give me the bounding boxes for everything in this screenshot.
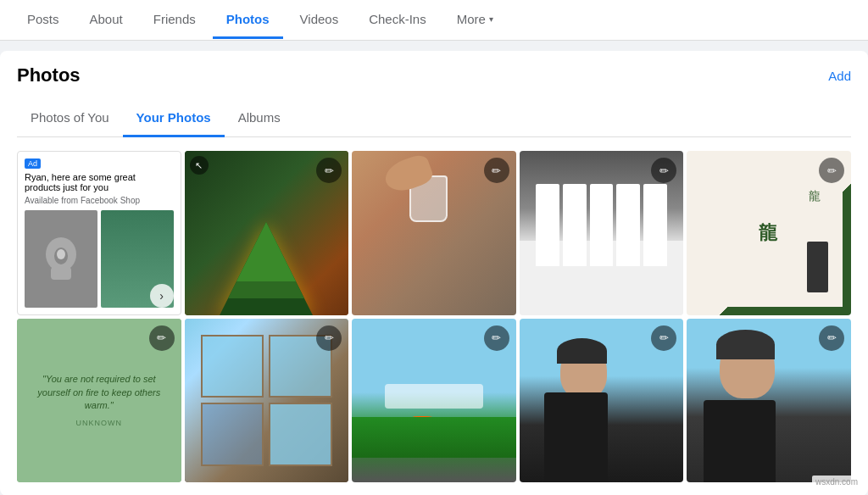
nav-tab-photos[interactable]: Photos [213,2,283,39]
photo-glass[interactable]: ✏ [352,151,516,315]
photo-karate-banner[interactable]: 龍 龍 ✏ [687,151,851,315]
quote-attribution: UNKNOWN [76,419,123,427]
quote-text: "You are not required to set yourself on… [29,373,170,412]
photo-karate-group[interactable]: ✏ [520,151,684,315]
edit-icon-man1[interactable]: ✏ [651,325,676,351]
photo-christmas-tree[interactable]: ↖ ✏ [185,151,349,315]
ad-nav-arrow[interactable]: › [150,284,174,308]
svg-rect-1 [51,267,71,280]
edit-icon-glass[interactable]: ✏ [484,158,509,183]
edit-icon-man2[interactable]: ✏ [819,325,844,351]
photo-tabs-bar: Photos of You Your Photos Albums [17,100,851,137]
edit-icon-pumpkin[interactable]: ✏ [484,325,509,351]
profile-nav: Posts About Friends Photos Videos Check-… [14,2,507,39]
tab-photos-of-you[interactable]: Photos of You [17,100,123,137]
photo-ad-card[interactable]: Ad Ryan, here are some great products ju… [17,151,181,315]
photo-window[interactable]: ✏ [185,319,349,483]
tab-your-photos[interactable]: Your Photos [123,100,225,137]
edit-icon-quote[interactable]: ✏ [149,325,175,351]
photo-pumpkin[interactable]: ✏ [352,319,516,483]
top-navigation: Posts About Friends Photos Videos Check-… [0,0,868,41]
nav-tab-posts[interactable]: Posts [14,2,73,39]
edit-icon-window[interactable]: ✏ [316,325,342,351]
add-photos-link[interactable]: Add [828,69,851,83]
nav-tab-friends[interactable]: Friends [140,2,209,39]
more-arrow-icon: ▾ [489,14,493,24]
section-title: Photos [17,64,81,86]
nav-tab-checkins[interactable]: Check-Ins [355,2,440,39]
ad-subtitle: Available from Facebook Shop [25,196,174,205]
edit-icon-karate1[interactable]: ✏ [651,158,676,183]
edit-icon-christmas[interactable]: ✏ [316,158,342,183]
photo-man-selfie-2[interactable]: ✏ [687,319,851,483]
section-header: Photos Add [17,64,851,86]
cursor-icon: ↖ [190,156,209,175]
ad-title: Ryan, here are some great products just … [25,172,174,192]
nav-tab-videos[interactable]: Videos [287,2,353,39]
nav-tab-more[interactable]: More ▾ [443,2,507,39]
ad-product-1 [25,210,97,308]
edit-icon-karate2[interactable]: ✏ [819,158,844,183]
photos-grid: Ad Ryan, here are some great products ju… [17,151,851,482]
photo-man-selfie-1[interactable]: ✏ [520,319,684,483]
nav-tab-about[interactable]: About [76,2,136,39]
watermark: wsxdn.com [812,476,861,488]
photo-quote[interactable]: "You are not required to set yourself on… [17,319,181,483]
tab-albums[interactable]: Albums [225,100,294,137]
ad-badge: Ad [25,159,41,169]
svg-point-3 [57,249,65,259]
photos-section: Photos Add Photos of You Your Photos Alb… [0,51,868,495]
